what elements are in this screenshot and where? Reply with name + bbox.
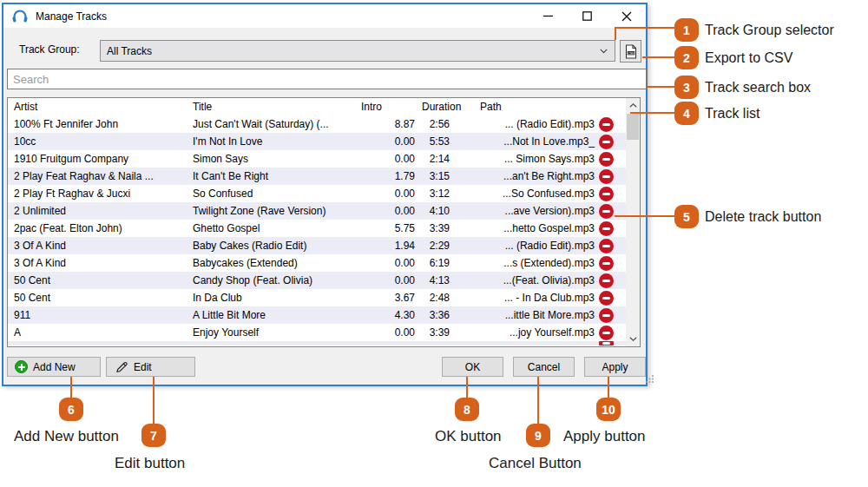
- add-new-button[interactable]: Add New: [7, 357, 101, 377]
- manage-tracks-dialog: Manage Tracks Track Group: All Tracks: [2, 3, 648, 386]
- path-cell: [464, 341, 597, 346]
- track-group-selector[interactable]: All Tracks: [100, 40, 615, 62]
- list-scrollbar[interactable]: [626, 98, 640, 346]
- track-row[interactable]: 50 Cent In Da Club 3.67 2:48 ... - In Da…: [8, 289, 627, 306]
- callout-line-10: [608, 377, 609, 398]
- scrollbar-thumb[interactable]: [627, 114, 639, 140]
- edit-button-label: Edit: [134, 361, 152, 373]
- track-row[interactable]: 50 Cent Candy Shop (Feat. Olivia) 0.00 4…: [8, 272, 627, 289]
- edit-button[interactable]: Edit: [106, 357, 195, 377]
- callout-line-6: [70, 377, 72, 398]
- track-row[interactable]: 3 Of A Kind Baby Cakes (Radio Edit) 1.94…: [8, 237, 627, 254]
- track-group-value: All Tracks: [107, 45, 152, 57]
- delete-track-button[interactable]: [599, 326, 614, 340]
- callout-label-ok-button: OK button: [435, 428, 502, 445]
- delete-track-button[interactable]: [599, 308, 614, 323]
- title-cell: It Can't Be Right: [187, 168, 354, 185]
- callout-badge-1: 1: [674, 18, 699, 42]
- track-row[interactable]: 911 A Little Bit More 4.30 3:36 ...ittle…: [8, 306, 627, 324]
- scroll-down-button[interactable]: [626, 332, 640, 346]
- scroll-up-button[interactable]: [626, 98, 640, 113]
- callout-line-5: [615, 215, 675, 217]
- apply-button[interactable]: Apply: [584, 357, 646, 377]
- callout-line-1: [615, 27, 675, 29]
- artist-cell: Aa: [8, 341, 187, 346]
- delete-track-button[interactable]: [599, 341, 614, 346]
- title-bar[interactable]: Manage Tracks: [3, 4, 646, 28]
- track-row[interactable]: 2 Play Ft Raghav & Jucxi So Confused 0.0…: [8, 185, 627, 202]
- add-new-button-label: Add New: [33, 361, 76, 373]
- duration-cell: 5:53: [417, 133, 464, 150]
- column-header-actions: [597, 98, 627, 115]
- title-cell: Just Can't Wait (Saturday) (...: [187, 115, 354, 133]
- delete-track-button[interactable]: [599, 169, 614, 184]
- path-cell: ...(Feat. Olivia).mp3: [464, 272, 597, 289]
- column-header-title: Title: [187, 98, 354, 115]
- duration-cell: 3:39: [417, 220, 464, 237]
- duration-cell: 3:12: [417, 185, 464, 202]
- track-row[interactable]: 10cc I'm Not In Love 0.00 5:53 ...Not In…: [8, 133, 627, 150]
- track-row[interactable]: A Enjoy Yourself 0.00 3:39 ...joy Yourse…: [8, 324, 627, 341]
- title-cell: Take On Me: [187, 341, 354, 346]
- intro-cell: 8.87: [354, 115, 417, 133]
- path-cell: ... (Radio Edit).mp3: [464, 115, 597, 133]
- track-row[interactable]: Aa Take On Me: [8, 341, 627, 346]
- track-search-input[interactable]: [7, 69, 647, 89]
- callout-label-cancel-button: Cancel Button: [489, 455, 582, 472]
- callout-label-track-list: Track list: [705, 106, 760, 122]
- intro-cell: 3.67: [354, 289, 417, 306]
- maximize-button[interactable]: [568, 4, 607, 28]
- track-group-label: Track Group:: [19, 43, 80, 56]
- delete-track-button[interactable]: [599, 152, 614, 167]
- delete-track-button[interactable]: [599, 221, 614, 236]
- artist-cell: 100% Ft Jennifer John: [8, 115, 187, 133]
- cancel-button[interactable]: Cancel: [513, 357, 575, 377]
- track-row[interactable]: 3 Of A Kind Babycakes (Extended) 0.00 6:…: [8, 254, 627, 272]
- track-row[interactable]: 2 Play Feat Raghav & Naila ... It Can't …: [8, 168, 627, 185]
- path-cell: ... - In Da Club.mp3: [464, 289, 597, 306]
- intro-cell: 0.00: [354, 133, 417, 150]
- callout-label-delete-track-button: Delete track button: [705, 209, 821, 225]
- callout-line-8: [466, 377, 468, 398]
- track-row[interactable]: 2pac (Feat. Elton John) Ghetto Gospel 5.…: [8, 220, 627, 237]
- track-row[interactable]: 1910 Fruitgum Company Simon Says 0.00 2:…: [8, 150, 627, 168]
- cancel-button-label: Cancel: [528, 361, 560, 373]
- track-row[interactable]: 100% Ft Jennifer John Just Can't Wait (S…: [8, 115, 627, 133]
- maximize-icon: [582, 11, 592, 21]
- path-cell: ...ittle Bit More.mp3: [464, 306, 597, 324]
- minimize-button[interactable]: [529, 4, 568, 28]
- delete-track-button[interactable]: [599, 239, 614, 253]
- track-row[interactable]: 2 Unlimited Twilight Zone (Rave Version)…: [8, 202, 627, 220]
- delete-track-button[interactable]: [599, 187, 614, 201]
- callout-line-1-elbow: [615, 27, 616, 40]
- chevron-down-icon: [629, 337, 637, 341]
- duration-cell: 6:19: [417, 254, 464, 272]
- delete-track-button[interactable]: [599, 135, 614, 149]
- resize-grip[interactable]: [646, 374, 654, 383]
- apply-button-label: Apply: [602, 361, 628, 373]
- callout-line-4: [630, 112, 675, 114]
- intro-cell: 1.79: [354, 168, 417, 185]
- artist-cell: 10cc: [8, 133, 187, 150]
- title-cell: Babycakes (Extended): [187, 254, 354, 272]
- duration-cell: 2:56: [417, 115, 464, 133]
- intro-cell: 0.00: [354, 254, 417, 272]
- chevron-up-icon: [629, 103, 637, 108]
- title-cell: Simon Says: [187, 150, 354, 168]
- intro-cell: [354, 341, 417, 346]
- path-cell: ... Simon Says.mp3: [464, 150, 597, 168]
- title-cell: I'm Not In Love: [187, 133, 354, 150]
- export-csv-button[interactable]: CSV: [620, 40, 641, 63]
- callout-label-edit-button: Edit button: [115, 455, 185, 472]
- delete-track-button[interactable]: [599, 273, 614, 288]
- callout-badge-3: 3: [674, 76, 699, 99]
- delete-track-button[interactable]: [599, 256, 614, 271]
- artist-cell: 3 Of A Kind: [8, 237, 187, 254]
- path-cell: ...joy Yourself.mp3: [464, 324, 597, 341]
- minimize-icon: [543, 11, 553, 21]
- delete-track-button[interactable]: [599, 117, 614, 132]
- close-button[interactable]: [607, 4, 646, 28]
- ok-button[interactable]: OK: [442, 357, 503, 377]
- delete-track-button[interactable]: [599, 204, 614, 219]
- delete-track-button[interactable]: [599, 291, 614, 306]
